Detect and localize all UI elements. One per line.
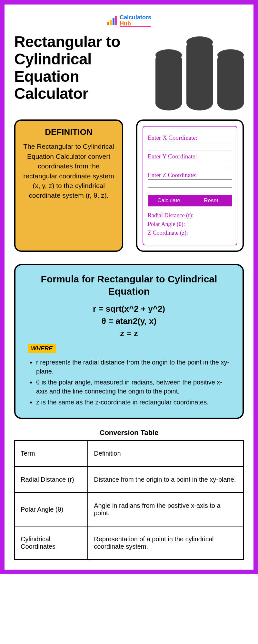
logo: Calculators Hub xyxy=(107,14,151,27)
where-label: WHERE xyxy=(28,344,56,353)
definition-heading: DEFINITION xyxy=(21,127,116,137)
logo-text-1: Calculators xyxy=(120,14,151,21)
logo-icon xyxy=(107,15,118,26)
table-row: Term Definition xyxy=(15,440,243,467)
table-cell: Cylindrical Coordinates xyxy=(15,526,88,560)
cylinder-icon xyxy=(186,40,213,110)
table-cell: Representation of a point in the cylindr… xyxy=(88,526,243,560)
result-z: Z Coordinate (z): xyxy=(148,230,232,236)
table-cell: Polar Angle (θ) xyxy=(15,493,88,526)
table-cell: Definition xyxy=(88,440,243,467)
list-item: θ is the polar angle, measured in radian… xyxy=(36,378,233,396)
table-cell: Radial Distance (r) xyxy=(15,467,88,493)
formula-box: Formula for Rectangular to Cylindrical E… xyxy=(14,264,244,419)
definition-calc-row: DEFINITION The Rectangular to Cylindrica… xyxy=(14,119,244,252)
conversion-table: Term Definition Radial Distance (r) Dist… xyxy=(14,440,244,560)
hero-row: Rectangular to Cylindrical Equation Calc… xyxy=(14,33,244,110)
results-area: Radial Distance (r): Polar Angle (θ): Z … xyxy=(148,212,232,236)
list-item: r represents the radial distance from th… xyxy=(36,358,233,376)
table-cell: Distance from the origin to a point in t… xyxy=(88,467,243,493)
logo-text-2: Hub xyxy=(120,21,151,27)
calculator-box: Enter X Coordinate: Enter Y Coordinate: … xyxy=(136,119,244,252)
table-row: Radial Distance (r) Distance from the or… xyxy=(15,467,243,493)
table-title: Conversion Table xyxy=(14,429,244,437)
z-input[interactable] xyxy=(148,179,232,188)
result-theta: Polar Angle (θ): xyxy=(148,221,232,228)
cylinders-icon xyxy=(155,33,244,110)
formula-equations: r = sqrt(x^2 + y^2) θ = atan2(y, x) z = … xyxy=(25,303,233,339)
formula-heading: Formula for Rectangular to Cylindrical E… xyxy=(25,273,233,297)
reset-button[interactable]: Reset xyxy=(190,195,232,206)
eq-r: r = sqrt(x^2 + y^2) xyxy=(25,303,233,315)
calculator-form: Enter X Coordinate: Enter Y Coordinate: … xyxy=(143,126,237,245)
definition-body: The Rectangular to Cylindrical Equation … xyxy=(21,142,116,201)
logo-area: Calculators Hub xyxy=(14,14,244,27)
y-label: Enter Y Coordinate: xyxy=(148,153,232,160)
table-row: Cylindrical Coordinates Representation o… xyxy=(15,526,243,560)
eq-theta: θ = atan2(y, x) xyxy=(25,315,233,327)
result-r: Radial Distance (r): xyxy=(148,212,232,219)
page-container: Calculators Hub Rectangular to Cylindric… xyxy=(0,0,258,574)
z-label: Enter Z Coordinate: xyxy=(148,172,232,179)
button-row: Calculate Reset xyxy=(148,195,232,206)
x-input[interactable] xyxy=(148,142,232,150)
page-title: Rectangular to Cylindrical Equation Calc… xyxy=(14,33,143,110)
calculate-button[interactable]: Calculate xyxy=(148,195,190,206)
table-cell: Angle in radians from the positive x-axi… xyxy=(88,493,243,526)
definition-box: DEFINITION The Rectangular to Cylindrica… xyxy=(14,119,123,252)
x-label: Enter X Coordinate: xyxy=(148,134,232,141)
cylinder-icon xyxy=(217,52,244,110)
y-input[interactable] xyxy=(148,161,232,169)
table-cell: Term xyxy=(15,440,88,467)
formula-bullets: r represents the radial distance from th… xyxy=(25,358,233,407)
table-row: Polar Angle (θ) Angle in radians from th… xyxy=(15,493,243,526)
list-item: z is the same as the z-coordinate in rec… xyxy=(36,398,233,407)
eq-z: z = z xyxy=(25,327,233,340)
cylinder-icon xyxy=(155,52,182,110)
